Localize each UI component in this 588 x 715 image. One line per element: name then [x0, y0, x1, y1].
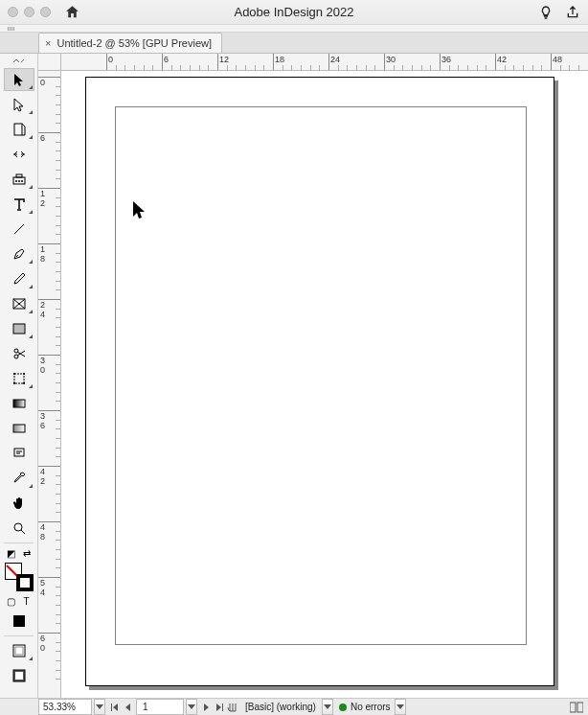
direct-selection-tool[interactable] — [4, 93, 34, 116]
formatting-text-icon[interactable]: T — [21, 595, 33, 607]
view-mode-preview[interactable] — [4, 664, 34, 687]
toolbar-collapse-icon[interactable] — [4, 55, 34, 66]
svg-rect-23 — [15, 672, 23, 680]
default-fillstroke-icon[interactable]: ◩ — [6, 547, 17, 559]
svg-rect-2 — [16, 174, 22, 177]
pasteboard[interactable] — [61, 71, 588, 698]
vertical-ruler[interactable]: 06121824303642485460 — [38, 71, 61, 698]
preflight-ok-icon — [339, 703, 347, 711]
cursor-icon — [132, 200, 146, 219]
type-tool[interactable] — [4, 193, 34, 216]
home-icon[interactable] — [64, 4, 80, 20]
svg-point-13 — [13, 382, 15, 384]
next-page-button[interactable] — [199, 699, 213, 715]
fillstroke-swap[interactable]: ◩ ⇄ — [6, 547, 33, 559]
tips-icon[interactable] — [538, 5, 554, 20]
document-viewport: 0612182430364248 06121824303642485460 — [38, 54, 588, 698]
split-view-icon[interactable] — [569, 699, 584, 715]
gap-tool[interactable] — [4, 143, 34, 166]
page-number-field[interactable]: 1 — [136, 699, 184, 715]
apply-color-icon[interactable] — [4, 610, 34, 633]
gradient-swatch-tool[interactable] — [4, 392, 34, 415]
window-zoom-dot[interactable] — [40, 7, 51, 17]
view-mode-normal[interactable] — [4, 639, 34, 662]
app-title: Adobe InDesign 2022 — [0, 5, 588, 19]
free-transform-tool[interactable] — [4, 367, 34, 390]
svg-rect-16 — [13, 425, 25, 432]
page-dropdown-icon[interactable] — [186, 699, 197, 715]
fill-stroke-proxy[interactable] — [5, 563, 34, 591]
selection-tool[interactable] — [4, 68, 34, 91]
share-icon[interactable] — [565, 5, 580, 20]
page-margins — [115, 106, 527, 645]
stroke-proxy[interactable] — [16, 574, 34, 591]
window-close-dot[interactable] — [8, 7, 18, 17]
panel-grip-icon[interactable] — [8, 27, 15, 31]
prev-page-button[interactable] — [121, 699, 134, 715]
hand-tool[interactable] — [4, 492, 34, 515]
svg-rect-0 — [14, 124, 22, 135]
first-page-button[interactable] — [107, 699, 121, 715]
status-bar: 53.33% 1 [Basic] (working) No errors — [0, 698, 588, 715]
page-tool[interactable] — [4, 118, 34, 141]
preset-dropdown-icon[interactable] — [322, 699, 333, 715]
page[interactable] — [85, 77, 554, 686]
window-titlebar: Adobe InDesign 2022 — [0, 0, 588, 25]
gradient-feather-tool[interactable] — [4, 417, 34, 440]
svg-rect-19 — [13, 615, 25, 627]
document-tabs: × Untitled-2 @ 53% [GPU Preview] — [0, 33, 588, 54]
window-minimize-dot[interactable] — [24, 7, 34, 17]
zoom-tool[interactable] — [4, 517, 34, 540]
last-page-button[interactable] — [213, 699, 226, 715]
svg-point-4 — [18, 180, 20, 182]
rectangle-frame-tool[interactable] — [4, 292, 34, 315]
svg-point-12 — [23, 373, 25, 375]
formatting-affects: ▢ T — [6, 595, 33, 607]
zoom-field[interactable]: 53.33% — [38, 699, 92, 715]
svg-rect-24 — [570, 703, 576, 712]
svg-point-5 — [21, 180, 23, 182]
open-spread-icon[interactable] — [226, 699, 239, 715]
formatting-container-icon[interactable]: ▢ — [6, 595, 17, 607]
swap-fillstroke-icon[interactable]: ⇄ — [21, 547, 33, 559]
svg-point-3 — [15, 180, 17, 182]
tools-panel: ◩ ⇄ ▢ T — [0, 54, 38, 698]
preflight-label: No errors — [351, 702, 391, 712]
note-tool[interactable] — [4, 442, 34, 465]
close-tab-icon[interactable]: × — [45, 37, 51, 49]
svg-rect-10 — [14, 374, 24, 383]
preflight-dropdown-icon[interactable] — [395, 699, 406, 715]
preset-label[interactable]: [Basic] (working) — [245, 699, 316, 715]
svg-rect-17 — [14, 449, 24, 456]
pencil-tool[interactable] — [4, 267, 34, 290]
scissors-tool[interactable] — [4, 342, 34, 365]
rectangle-tool[interactable] — [4, 317, 34, 340]
document-tab[interactable]: × Untitled-2 @ 53% [GPU Preview] — [38, 33, 222, 53]
content-collector-tool[interactable] — [4, 168, 34, 191]
horizontal-ruler[interactable]: 0612182430364248 — [61, 54, 588, 71]
pen-tool[interactable] — [4, 242, 34, 265]
document-tab-label: Untitled-2 @ 53% [GPU Preview] — [57, 37, 212, 49]
control-strip — [0, 25, 588, 33]
svg-point-14 — [23, 382, 25, 384]
line-tool[interactable] — [4, 218, 34, 241]
svg-point-11 — [13, 373, 15, 375]
zoom-dropdown-icon[interactable] — [94, 699, 105, 715]
eyedropper-tool[interactable] — [4, 467, 34, 490]
svg-rect-7 — [13, 324, 25, 334]
window-controls — [8, 7, 51, 17]
preflight-status[interactable]: No errors — [339, 699, 391, 715]
ruler-origin[interactable] — [38, 54, 61, 71]
svg-rect-15 — [13, 400, 25, 407]
svg-rect-25 — [577, 703, 583, 712]
svg-point-18 — [14, 523, 22, 531]
